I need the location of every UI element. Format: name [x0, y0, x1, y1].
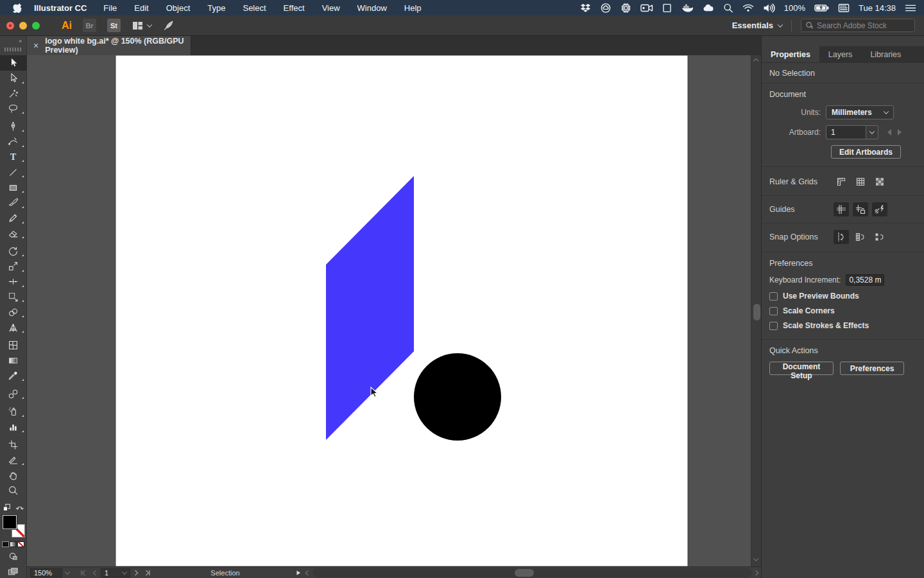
tool-artboard[interactable] — [0, 437, 27, 453]
vertical-scrollbar[interactable] — [751, 55, 761, 566]
tool-line-segment[interactable] — [0, 164, 27, 180]
tool-rectangle[interactable] — [0, 180, 27, 195]
apple-menu-icon[interactable] — [13, 3, 22, 13]
tool-type[interactable]: T — [0, 150, 27, 165]
search-input[interactable] — [817, 21, 907, 30]
color-button[interactable] — [2, 541, 9, 547]
previous-artboard-nav-button[interactable] — [89, 568, 99, 577]
scroll-up-arrow[interactable] — [753, 58, 758, 64]
menu-help[interactable]: Help — [404, 3, 422, 13]
tool-gradient[interactable] — [0, 353, 27, 369]
document-setup-button[interactable]: Document Setup — [769, 362, 834, 375]
canvas-shape-circle[interactable] — [414, 353, 501, 441]
tool-shape-builder[interactable] — [0, 304, 27, 320]
tool-magic-wand[interactable] — [0, 86, 27, 101]
keyboard-input-icon[interactable] — [838, 3, 850, 13]
window-zoom-button[interactable] — [32, 22, 40, 30]
tool-mesh[interactable] — [0, 338, 27, 353]
menu-effect[interactable]: Effect — [284, 3, 305, 13]
zoom-dropdown-button[interactable] — [62, 568, 73, 577]
vertical-scroll-thumb[interactable] — [753, 304, 760, 320]
next-artboard-button[interactable] — [898, 129, 902, 136]
artboard-dropdown-button[interactable] — [866, 125, 878, 139]
scroll-down-arrow[interactable] — [753, 556, 758, 561]
screen-mode-button[interactable] — [0, 565, 27, 578]
tool-scale[interactable] — [0, 259, 27, 274]
tab-close-icon[interactable]: × — [33, 40, 38, 51]
menu-select[interactable]: Select — [243, 3, 266, 13]
chip-icon[interactable] — [620, 3, 631, 13]
scale-strokes-effects-checkbox[interactable] — [769, 322, 778, 330]
gradient-button[interactable] — [10, 541, 17, 547]
menu-file[interactable]: File — [103, 3, 117, 13]
first-artboard-button[interactable] — [78, 568, 88, 577]
list-menu-icon[interactable] — [905, 3, 916, 13]
tool-eraser[interactable] — [0, 226, 27, 241]
canvas-area[interactable] — [27, 55, 751, 566]
next-artboard-nav-button[interactable] — [132, 568, 142, 577]
show-rulers-button[interactable] — [834, 175, 849, 189]
keyboard-increment-input[interactable] — [846, 274, 884, 286]
previous-artboard-button[interactable] — [887, 129, 891, 136]
tool-lasso[interactable] — [0, 101, 27, 116]
scale-corners-checkbox[interactable] — [769, 307, 778, 315]
document-tab[interactable]: × logo white bg.ai* @ 150% (RGB/GPU Prev… — [27, 36, 191, 55]
units-dropdown[interactable]: Millimeters — [826, 105, 894, 119]
horizontal-scroll-track[interactable] — [312, 568, 752, 577]
menubar-clock[interactable]: Tue 14:38 — [859, 3, 896, 13]
snap-to-grid-button[interactable] — [853, 230, 868, 244]
menu-view[interactable]: View — [322, 3, 340, 13]
menu-type[interactable]: Type — [207, 3, 225, 13]
tab-libraries[interactable]: Libraries — [861, 46, 910, 62]
none-button[interactable] — [17, 541, 24, 547]
tab-layers[interactable]: Layers — [819, 46, 862, 62]
default-fill-stroke-icon[interactable] — [3, 504, 11, 512]
tool-symbol-sprayer[interactable] — [0, 404, 27, 419]
last-artboard-button[interactable] — [143, 568, 153, 577]
spotlight-search-icon[interactable] — [723, 3, 733, 13]
show-grid-button[interactable] — [853, 175, 868, 189]
document-canvas[interactable] — [27, 55, 751, 566]
snap-to-point-button[interactable] — [834, 230, 849, 244]
scroll-right-arrow[interactable] — [753, 570, 758, 575]
docker-icon[interactable] — [681, 3, 694, 13]
volume-icon[interactable] — [763, 3, 775, 13]
tools-grip-handle[interactable] — [4, 48, 22, 51]
edit-artboards-button[interactable]: Edit Artboards — [831, 145, 901, 159]
zoom-level-field[interactable]: 150% — [30, 568, 62, 577]
wifi-icon[interactable] — [742, 3, 754, 13]
battery-icon[interactable] — [814, 3, 829, 13]
tool-eyedropper[interactable] — [0, 369, 27, 384]
snap-to-pixel-button[interactable] — [872, 230, 887, 244]
tool-free-transform[interactable] — [0, 290, 27, 305]
smart-guides-button[interactable] — [872, 202, 887, 216]
cloud-icon[interactable] — [703, 3, 714, 13]
tool-column-graph[interactable] — [0, 419, 27, 435]
display-icon[interactable] — [662, 3, 672, 13]
show-guides-button[interactable] — [834, 202, 849, 216]
artboard-combo[interactable]: 1 — [826, 125, 878, 139]
tool-hand[interactable] — [0, 468, 27, 483]
menu-window[interactable]: Window — [357, 3, 387, 13]
window-close-button[interactable] — [6, 22, 14, 30]
window-minimize-button[interactable] — [19, 22, 27, 30]
tool-perspective-grid[interactable] — [0, 320, 27, 335]
fill-swatch-black[interactable] — [3, 515, 17, 529]
tool-shaper[interactable] — [0, 211, 27, 226]
tools-collapse-button[interactable]: » — [19, 38, 22, 44]
artboard-nav-field[interactable]: 1 — [101, 568, 130, 577]
preferences-button[interactable]: Preferences — [840, 362, 904, 375]
adobe-stock-searchbox[interactable] — [801, 19, 915, 32]
arrange-documents-button[interactable] — [132, 21, 151, 30]
tool-zoom[interactable] — [0, 483, 27, 498]
show-transparency-grid-button[interactable] — [872, 175, 887, 189]
screen-record-icon[interactable] — [640, 3, 653, 13]
gpu-performance-button[interactable] — [163, 20, 175, 31]
tool-curvature[interactable] — [0, 134, 27, 150]
tool-blend[interactable] — [0, 386, 27, 401]
drawing-modes-button[interactable] — [0, 550, 27, 563]
tool-paintbrush[interactable] — [0, 195, 27, 211]
dropbox-icon[interactable] — [580, 3, 591, 13]
menu-object[interactable]: Object — [166, 3, 191, 13]
menu-edit[interactable]: Edit — [134, 3, 148, 13]
